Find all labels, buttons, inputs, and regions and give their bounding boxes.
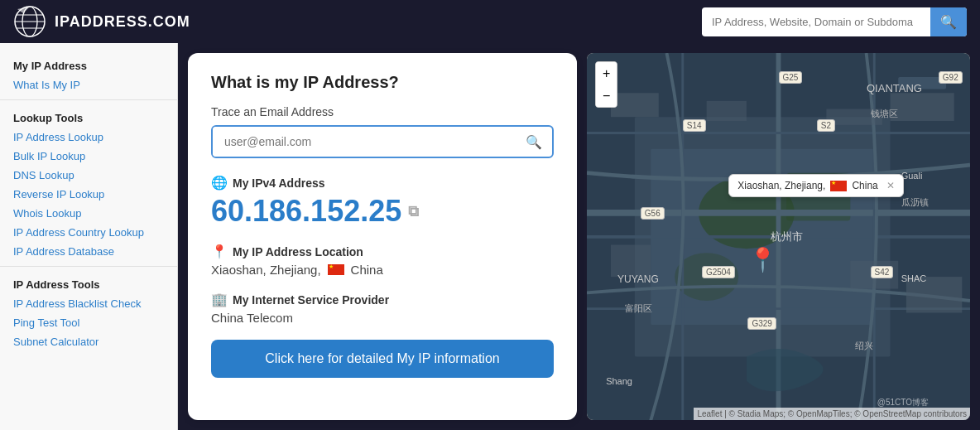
location-section-header: 📍 My IP Address Location — [211, 244, 554, 259]
road-badge-s42: S42 — [871, 266, 894, 278]
sidebar-section-my-ip: My IP Address What Is My IP — [0, 53, 177, 94]
globe-icon — [13, 5, 46, 38]
card-title: What is my IP Address? — [211, 73, 554, 92]
map-attribution: Leaflet | © Stadia Maps; © OpenMapTiles;… — [694, 408, 970, 420]
search-input[interactable] — [702, 10, 930, 34]
road-badge-s2: S2 — [817, 119, 835, 132]
road-badge-g92: G92 — [939, 71, 963, 84]
sidebar-item-ping-test[interactable]: Ping Test Tool — [0, 313, 177, 332]
sidebar-divider-2 — [0, 266, 177, 267]
ip-address-value: 60.186.152.25 ⧉ — [211, 194, 554, 229]
main-layout: My IP Address What Is My IP Lookup Tools… — [0, 43, 980, 430]
ipv4-section-label: My IPv4 Address — [233, 176, 325, 190]
svg-rect-20 — [707, 101, 747, 121]
watermark: @51CTO博客 — [877, 397, 929, 408]
location-section-label: My IP Address Location — [233, 245, 363, 258]
isp-value: China Telecom — [211, 311, 554, 325]
svg-rect-23 — [611, 244, 651, 277]
content-area: What is my IP Address? Trace an Email Ad… — [178, 43, 980, 430]
sidebar-item-blacklist-check[interactable]: IP Address Blacklist Check — [0, 294, 177, 313]
header-search-bar[interactable]: 🔍 — [702, 7, 967, 36]
svg-rect-22 — [891, 93, 954, 121]
tooltip-country: China — [852, 180, 877, 191]
isp-section-header: 🏢 My Internet Service Provider — [211, 292, 554, 307]
road-badge-s14: S14 — [683, 119, 706, 132]
location-icon: 📍 — [211, 244, 228, 259]
sidebar-item-what-is-my-ip[interactable]: What Is My IP — [0, 75, 177, 94]
sidebar-section-lookup: Lookup Tools IP Address Lookup Bulk IP L… — [0, 105, 177, 261]
isp-section: 🏢 My Internet Service Provider China Tel… — [211, 292, 554, 325]
sidebar-item-subnet-calc[interactable]: Subnet Calculator — [0, 332, 177, 351]
map-area[interactable]: + − G92 G25 S14 S2 G56 G2504 S42 G329 QI… — [587, 53, 970, 420]
sidebar-section-title-lookup: Lookup Tools — [0, 105, 177, 128]
sidebar-item-whois-lookup[interactable]: Whois Lookup — [0, 204, 177, 223]
email-input[interactable] — [213, 127, 516, 157]
ipv4-section: 🌐 My IPv4 Address 60.186.152.25 ⧉ — [211, 175, 554, 229]
sidebar-item-dns-lookup[interactable]: DNS Lookup — [0, 166, 177, 185]
trace-label: Trace an Email Address — [211, 105, 554, 118]
sidebar-item-country-lookup[interactable]: IP Address Country Lookup — [0, 223, 177, 242]
isp-icon: 🏢 — [211, 292, 228, 307]
location-country: China — [351, 263, 383, 277]
location-section: 📍 My IP Address Location Xiaoshan, Zheji… — [211, 244, 554, 277]
map-tooltip: Xiaoshan, Zhejiang, China ✕ — [728, 174, 903, 197]
detail-button[interactable]: Click here for detailed My IP informatio… — [211, 340, 554, 378]
ipv4-section-header: 🌐 My IPv4 Address — [211, 175, 554, 191]
ip-card: What is my IP Address? Trace an Email Ad… — [188, 53, 577, 420]
road-badge-g25: G25 — [779, 71, 803, 84]
sidebar-section-title-tools: IP Address Tools — [0, 272, 177, 294]
tooltip-text: Xiaoshan, Zhejiang, — [737, 180, 825, 191]
sidebar: My IP Address What Is My IP Lookup Tools… — [0, 43, 178, 430]
sidebar-item-reverse-lookup[interactable]: Reverse IP Lookup — [0, 185, 177, 204]
svg-rect-25 — [906, 277, 963, 312]
sidebar-item-ip-database[interactable]: IP Address Database — [0, 242, 177, 261]
map-zoom-controls[interactable]: + − — [595, 61, 617, 108]
sidebar-item-bulk-lookup[interactable]: Bulk IP Lookup — [0, 147, 177, 166]
zoom-out-button[interactable]: − — [596, 85, 617, 107]
sidebar-divider-1 — [0, 99, 177, 100]
globe-icon: 🌐 — [211, 175, 228, 191]
zoom-in-button[interactable]: + — [596, 62, 617, 85]
china-flag-icon — [328, 264, 344, 275]
sidebar-section-tools: IP Address Tools IP Address Blacklist Ch… — [0, 272, 177, 351]
logo-area: IPADDRESS.COM — [13, 5, 190, 38]
header: IPADDRESS.COM 🔍 — [0, 0, 980, 43]
road-badge-g2504: G2504 — [702, 266, 735, 278]
tooltip-close-button[interactable]: ✕ — [886, 180, 895, 191]
svg-rect-19 — [611, 93, 659, 117]
copy-icon[interactable]: ⧉ — [408, 203, 419, 220]
road-badge-g56: G56 — [641, 207, 665, 220]
location-text: Xiaoshan, Zhejiang, — [211, 263, 321, 277]
sidebar-section-title-my-ip: My IP Address — [0, 53, 177, 75]
isp-section-label: My Internet Service Provider — [233, 293, 389, 307]
logo-text: IPADDRESS.COM — [55, 13, 190, 31]
email-search-button[interactable]: 🔍 — [516, 128, 552, 157]
map-pin: 📍 — [748, 246, 777, 273]
email-input-row[interactable]: 🔍 — [211, 125, 554, 158]
map-background — [587, 53, 970, 420]
search-button[interactable]: 🔍 — [930, 7, 967, 36]
tooltip-flag-icon — [830, 181, 847, 191]
road-badge-g329: G329 — [747, 317, 776, 330]
ip-number: 60.186.152.25 — [211, 194, 401, 229]
location-value: Xiaoshan, Zhejiang, China — [211, 263, 554, 277]
sidebar-item-ip-lookup[interactable]: IP Address Lookup — [0, 128, 177, 147]
